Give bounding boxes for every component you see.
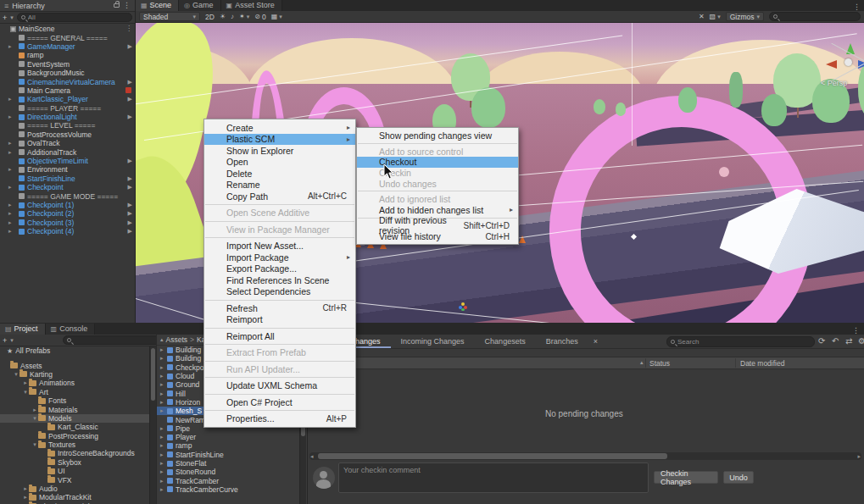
expander-icon[interactable]: ▸ (160, 468, 167, 475)
refresh-icon[interactable]: ⟳ (818, 336, 825, 346)
hierarchy-item[interactable]: ramp (0, 51, 135, 59)
tab-asset-store[interactable]: ▣Asset Store (221, 0, 282, 11)
plastic-window-kebab-icon[interactable]: ⋮ (852, 327, 860, 335)
asset-row[interactable]: ▸Player (157, 433, 307, 441)
expander-icon[interactable]: ▸ (8, 227, 12, 235)
expander-icon[interactable]: ▸ (160, 460, 167, 467)
hierarchy-item[interactable]: Main Camera (0, 86, 135, 95)
expander-icon[interactable]: ▸ (8, 148, 12, 157)
hierarchy-item[interactable]: ▸Checkpoint (4)▶ (0, 227, 135, 235)
scene-tools-icon[interactable]: ✕ (699, 13, 705, 20)
hierarchy-item[interactable]: PostProcessVolume (0, 130, 135, 139)
menu-item-show-in-explorer[interactable]: Show in Explorer (204, 145, 355, 157)
close-icon[interactable]: × (594, 337, 598, 346)
asset-row[interactable]: ▸TrackCamber (157, 476, 307, 485)
project-create-plus-button[interactable]: + (3, 336, 7, 345)
menu-item-find-references-in-scene[interactable]: Find References In Scene (204, 274, 355, 286)
prefab-open-arrow-icon[interactable]: ▶ (128, 174, 132, 183)
scrollbar-thumb[interactable] (318, 453, 667, 459)
prefab-open-arrow-icon[interactable]: ▶ (128, 157, 132, 165)
prefab-open-arrow-icon[interactable]: ▶ (128, 201, 132, 209)
column-date-modified[interactable]: Date modified (740, 359, 784, 368)
prefab-open-arrow-icon[interactable]: ▶ (128, 113, 132, 121)
asset-row[interactable]: ▸ramp (157, 441, 307, 450)
hierarchy-item[interactable]: ===== GAME MODE ===== (0, 191, 135, 200)
scene-lighting-icon[interactable]: ☀ (220, 13, 226, 20)
folder-row[interactable]: ▸Audio (0, 485, 156, 493)
folder-row[interactable]: ▸Materials (0, 405, 156, 413)
folder-row[interactable]: ▾Models (0, 414, 156, 423)
gizmos-dropdown[interactable]: Gizmos ▾ (726, 12, 764, 21)
hierarchy-item[interactable]: ▸DirectionalLight▶ (0, 113, 135, 121)
undo-button[interactable]: Undo (723, 471, 754, 484)
expander-icon[interactable]: ▸ (8, 165, 12, 174)
undo-arrow-icon[interactable]: ↶ (832, 336, 839, 346)
hierarchy-item[interactable]: ▸Environment (0, 165, 135, 174)
expander-icon[interactable]: ▸ (160, 434, 167, 440)
expander-icon[interactable]: ▾ (22, 389, 29, 396)
project-tree-scrollbar[interactable] (149, 346, 156, 504)
hierarchy-item[interactable]: StartFinishLine▶ (0, 174, 135, 183)
expander-icon[interactable]: ▸ (8, 95, 12, 103)
menu-item-checkout[interactable]: Checkout (357, 157, 518, 168)
asset-row[interactable]: ▸StoneFlat (157, 459, 307, 468)
expander-icon[interactable]: ▾ (31, 441, 38, 448)
expander-icon[interactable]: ▸ (160, 373, 167, 379)
asset-row[interactable]: ▸StartFinishLine (157, 451, 307, 459)
scene-fx-dropdown[interactable]: ✶ ▾ (239, 13, 249, 20)
menu-item-add-to-hidden-changes-list[interactable]: Add to hidden changes list▸ (357, 205, 518, 216)
collapse-icon[interactable]: ▴ (160, 336, 164, 343)
hierarchy-item[interactable]: ===== GENERAL ===== (0, 33, 135, 42)
plastic-search[interactable] (666, 336, 815, 347)
expander-icon[interactable]: ▸ (160, 399, 167, 406)
tab-scene[interactable]: ▦Scene (136, 0, 179, 11)
folder-row[interactable]: Assets (0, 361, 156, 369)
menu-item-show-pending-changes-view[interactable]: Show pending changes view (357, 130, 518, 141)
column-status[interactable]: Status (649, 359, 670, 368)
hierarchy-item[interactable]: MainScene⋮ (0, 25, 135, 33)
menu-item-reimport[interactable]: Reimport (204, 314, 355, 326)
hierarchy-item[interactable]: ▸Checkpoint▶ (0, 183, 135, 191)
expander-icon[interactable]: ▸ (160, 442, 167, 449)
scene-visibility-dropdown[interactable]: ▧ ▾ (710, 13, 721, 20)
expander-icon[interactable]: ▾ (31, 415, 38, 422)
hierarchy-item[interactable]: ===== LEVEL ===== (0, 121, 135, 130)
expander-icon[interactable]: ▸ (22, 379, 29, 386)
expander-icon[interactable]: ▸ (22, 485, 29, 492)
folder-row[interactable]: ▸ModularTrackKit (0, 493, 156, 501)
folder-row[interactable]: Skybox (0, 458, 156, 467)
expander-icon[interactable]: ▸ (22, 494, 29, 501)
expander-icon[interactable]: ▸ (160, 364, 167, 371)
folder-row[interactable]: VFX (0, 475, 156, 484)
asset-row[interactable]: ▸TrackCamberCurve (157, 485, 307, 494)
menu-item-view-file-history[interactable]: View file historyCtrl+H (357, 231, 518, 242)
tab-project[interactable]: ▤Project (0, 324, 46, 335)
expander-icon[interactable]: ▸ (8, 139, 12, 147)
scene-menu-kebab-icon[interactable]: ⋮ (853, 3, 861, 11)
favorite-item[interactable]: ★All Prefabs (0, 346, 156, 355)
scene-search-input[interactable] (780, 13, 856, 20)
menu-item-reimport-all[interactable]: Reimport All (204, 330, 355, 342)
expander-icon[interactable]: ▾ (13, 371, 20, 378)
sort-asc-icon[interactable]: ▴ (640, 359, 644, 366)
expander-icon[interactable]: ▸ (160, 355, 167, 362)
tab-game[interactable]: ◎Game (179, 0, 221, 11)
folder-row[interactable]: ▾Art (0, 388, 156, 396)
expander-icon[interactable]: ▸ (160, 407, 167, 414)
checkin-changes-button[interactable]: Checkin Changes (654, 471, 718, 484)
menu-item-create[interactable]: Create▸ (204, 122, 355, 134)
folder-row[interactable]: ▸Animations (0, 379, 156, 387)
folder-row[interactable]: IntroSceneBackgrounds (0, 449, 156, 457)
prefab-open-arrow-icon[interactable]: ▶ (128, 227, 132, 235)
expander-icon[interactable]: ▸ (31, 407, 38, 413)
prefab-open-arrow-icon[interactable]: ▶ (128, 42, 132, 51)
hierarchy-item[interactable]: ▸Checkpoint (1)▶ (0, 201, 135, 209)
expander-icon[interactable]: ▸ (8, 113, 12, 121)
folder-row[interactable]: PostProcessing (0, 432, 156, 440)
tab-incoming-changes[interactable]: Incoming Changes (391, 335, 475, 348)
prefab-open-arrow-icon[interactable]: ▶ (128, 209, 132, 218)
prefab-open-arrow-icon[interactable]: ▶ (128, 95, 132, 103)
2d-toggle[interactable]: 2D (205, 13, 215, 21)
scroll-right-icon[interactable]: ▸ (857, 452, 861, 460)
grid-settings-dropdown[interactable]: ▦ ▾ (271, 13, 282, 20)
